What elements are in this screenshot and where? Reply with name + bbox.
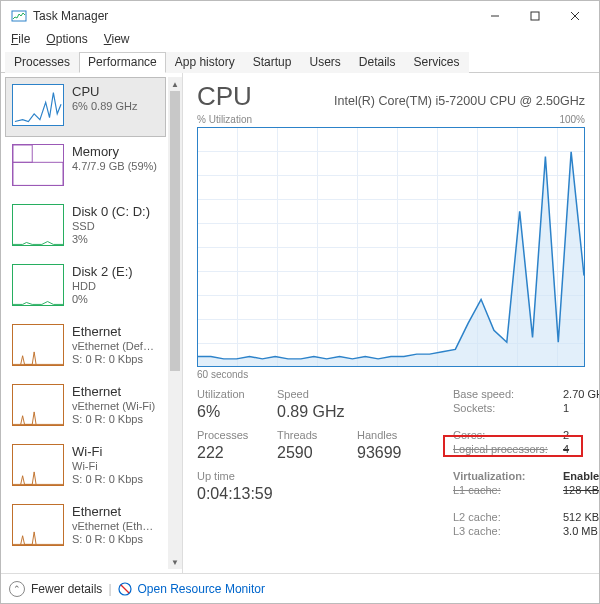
stat-label bbox=[357, 388, 437, 400]
stat-label: Handles bbox=[357, 429, 437, 441]
stat-right-label: L1 cache: bbox=[453, 484, 563, 509]
close-button[interactable] bbox=[555, 2, 595, 30]
stat-right-label: Cores: bbox=[453, 429, 563, 441]
menu-bar: File Options View bbox=[1, 31, 599, 51]
sidebar-item-sub1: Wi-Fi bbox=[72, 460, 159, 472]
stat-right-value: 512 KB bbox=[563, 511, 599, 523]
stat-value bbox=[357, 402, 437, 427]
stat-right-value: 1 bbox=[563, 402, 599, 427]
sidebar-item-label: Memory bbox=[72, 144, 159, 159]
sidebar-item-sub1: 4.7/7.9 GB (59%) bbox=[72, 160, 159, 172]
disk-thumb-icon bbox=[12, 204, 64, 246]
mem-thumb-icon bbox=[12, 144, 64, 186]
stat-label bbox=[357, 511, 437, 523]
tab-users[interactable]: Users bbox=[300, 52, 349, 73]
menu-options[interactable]: Options bbox=[40, 31, 93, 49]
stat-right-label: L2 cache: bbox=[453, 511, 563, 523]
tab-performance[interactable]: Performance bbox=[79, 52, 166, 73]
open-resource-monitor-link[interactable]: Open Resource Monitor bbox=[138, 582, 265, 596]
stat-value: 2590 bbox=[277, 443, 357, 468]
scroll-thumb[interactable] bbox=[170, 91, 180, 371]
sidebar-item-sub2: 3% bbox=[72, 233, 159, 245]
scroll-down-icon[interactable]: ▼ bbox=[168, 555, 182, 569]
sidebar-item-sub1: vEthernet (Wi-Fi) bbox=[72, 400, 159, 412]
sidebar-item-label: Disk 0 (C: D:) bbox=[72, 204, 159, 219]
stats-grid: UtilizationSpeedBase speed:2.70 GHz6%0.8… bbox=[197, 388, 585, 537]
window-title: Task Manager bbox=[33, 9, 108, 23]
sidebar-item-disk-2[interactable]: Disk 0 (C: D:)SSD3% bbox=[5, 197, 166, 257]
sidebar-item-disk-3[interactable]: Disk 2 (E:)HDD0% bbox=[5, 257, 166, 317]
stat-label: Utilization bbox=[197, 388, 277, 400]
sidebar-item-sub2: 0% bbox=[72, 293, 159, 305]
sidebar-item-label: Ethernet bbox=[72, 384, 159, 399]
sidebar-item-label: Disk 2 (E:) bbox=[72, 264, 159, 279]
stat-value bbox=[277, 484, 357, 509]
sidebar-item-eth-5[interactable]: EthernetvEthernet (Wi-Fi)S: 0 R: 0 Kbps bbox=[5, 377, 166, 437]
sidebar-item-eth-7[interactable]: EthernetvEthernet (Ethernet)S: 0 R: 0 Kb… bbox=[5, 497, 166, 557]
resource-monitor-icon bbox=[118, 582, 132, 596]
chart-y-max: 100% bbox=[559, 114, 585, 125]
stat-value bbox=[357, 484, 437, 509]
stat-value bbox=[277, 525, 357, 537]
stat-right-label: Logical processors: bbox=[453, 443, 563, 468]
stat-right-value: 2 bbox=[563, 429, 599, 441]
maximize-button[interactable] bbox=[515, 2, 555, 30]
sidebar-item-eth-6[interactable]: Wi-FiWi-FiS: 0 R: 0 Kbps bbox=[5, 437, 166, 497]
stat-value: 93699 bbox=[357, 443, 437, 468]
svg-marker-7 bbox=[198, 152, 584, 366]
sidebar-item-sub1: vEthernet (Default ... bbox=[72, 340, 159, 352]
stat-value: 222 bbox=[197, 443, 277, 468]
tab-services[interactable]: Services bbox=[405, 52, 469, 73]
app-icon bbox=[11, 8, 27, 24]
disk-thumb-icon bbox=[12, 264, 64, 306]
svg-rect-2 bbox=[531, 12, 539, 20]
sidebar-item-sub1: SSD bbox=[72, 220, 159, 232]
tab-processes[interactable]: Processes bbox=[5, 52, 79, 73]
sidebar-item-sub1: 6% 0.89 GHz bbox=[72, 100, 159, 112]
cpu-chart[interactable] bbox=[197, 127, 585, 367]
eth-thumb-icon bbox=[12, 504, 64, 546]
sidebar-item-mem-1[interactable]: Memory4.7/7.9 GB (59%) bbox=[5, 137, 166, 197]
sidebar-item-eth-4[interactable]: EthernetvEthernet (Default ...S: 0 R: 0 … bbox=[5, 317, 166, 377]
sidebar: CPU6% 0.89 GHzMemory4.7/7.9 GB (59%)Disk… bbox=[1, 73, 183, 573]
tab-details[interactable]: Details bbox=[350, 52, 405, 73]
cpu-thumb-icon bbox=[12, 84, 64, 126]
footer: ⌃ Fewer details | Open Resource Monitor bbox=[1, 573, 599, 603]
svg-rect-5 bbox=[13, 162, 63, 185]
stat-right-value: 3.0 MB bbox=[563, 525, 599, 537]
tab-startup[interactable]: Startup bbox=[244, 52, 301, 73]
fewer-details-link[interactable]: Fewer details bbox=[31, 582, 102, 596]
stat-label: Speed bbox=[277, 388, 357, 400]
title-bar[interactable]: Task Manager bbox=[1, 1, 599, 31]
stat-right-label: L3 cache: bbox=[453, 525, 563, 537]
sidebar-item-sub2: S: 0 R: 0 Kbps bbox=[72, 353, 159, 365]
eth-thumb-icon bbox=[12, 324, 64, 366]
eth-thumb-icon bbox=[12, 444, 64, 486]
sidebar-item-sub1: HDD bbox=[72, 280, 159, 292]
main-panel: CPU Intel(R) Core(TM) i5-7200U CPU @ 2.5… bbox=[183, 73, 599, 573]
tab-app-history[interactable]: App history bbox=[166, 52, 244, 73]
tab-bar: ProcessesPerformanceApp historyStartupUs… bbox=[1, 51, 599, 73]
stat-right-label: Sockets: bbox=[453, 402, 563, 427]
sidebar-item-label: Wi-Fi bbox=[72, 444, 159, 459]
stat-right-value: 4 bbox=[563, 443, 599, 468]
scrollbar[interactable]: ▲ ▼ bbox=[168, 77, 182, 569]
stat-value: 6% bbox=[197, 402, 277, 427]
chart-y-label: % Utilization bbox=[197, 114, 252, 125]
sidebar-item-sub1: vEthernet (Ethernet) bbox=[72, 520, 159, 532]
minimize-button[interactable] bbox=[475, 2, 515, 30]
stat-value bbox=[357, 525, 437, 537]
menu-view[interactable]: View bbox=[98, 31, 136, 49]
stat-value: 0:04:13:59 bbox=[197, 484, 277, 509]
menu-file[interactable]: File bbox=[5, 31, 36, 49]
stat-value bbox=[197, 525, 277, 537]
page-title: CPU bbox=[197, 81, 252, 112]
svg-line-9 bbox=[121, 585, 129, 593]
sidebar-item-cpu-0[interactable]: CPU6% 0.89 GHz bbox=[5, 77, 166, 137]
chevron-up-icon[interactable]: ⌃ bbox=[9, 581, 25, 597]
stat-value: 0.89 GHz bbox=[277, 402, 357, 427]
scroll-up-icon[interactable]: ▲ bbox=[168, 77, 182, 91]
stat-right-label: Base speed: bbox=[453, 388, 563, 400]
sidebar-item-label: Ethernet bbox=[72, 324, 159, 339]
content-area: CPU6% 0.89 GHzMemory4.7/7.9 GB (59%)Disk… bbox=[1, 73, 599, 573]
